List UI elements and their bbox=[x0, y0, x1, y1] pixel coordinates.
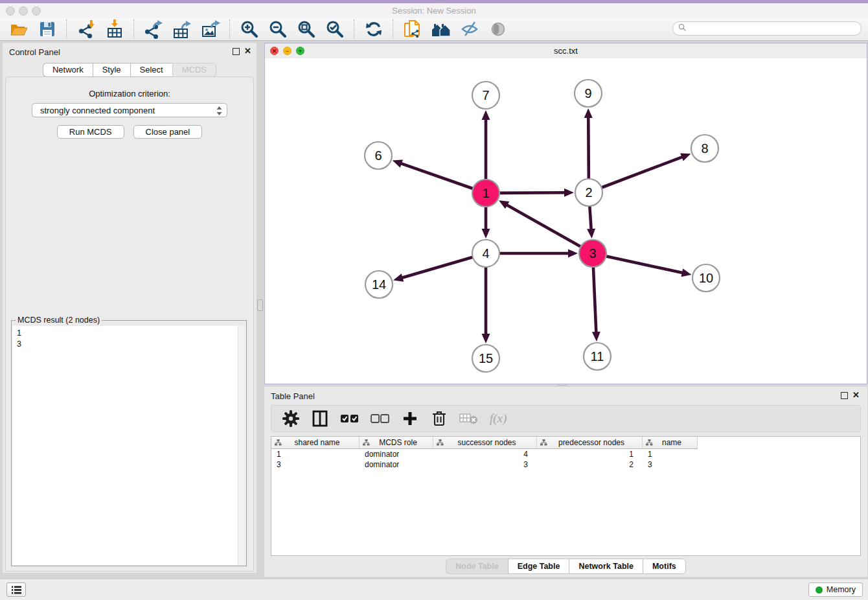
zoom-out-icon[interactable] bbox=[268, 19, 288, 39]
export-image-icon[interactable] bbox=[201, 19, 220, 39]
zoom-selected-icon[interactable] bbox=[325, 19, 345, 39]
column-header-name[interactable]: name bbox=[643, 437, 698, 449]
edge-1-2[interactable] bbox=[498, 192, 565, 193]
node-label-15: 15 bbox=[479, 351, 493, 365]
tab-select[interactable]: Select bbox=[130, 63, 172, 77]
status-bar: Memory bbox=[0, 579, 868, 600]
tab-network[interactable]: Network bbox=[43, 63, 93, 77]
table-cell: 3 bbox=[643, 459, 698, 470]
close-table-panel-icon[interactable]: ✕ bbox=[852, 390, 860, 400]
edge-4-14[interactable] bbox=[402, 257, 474, 278]
edge-3-10[interactable] bbox=[605, 256, 683, 273]
mcds-result-group: MCDS result (2 nodes) 13 bbox=[11, 320, 247, 566]
search-input[interactable] bbox=[689, 23, 861, 34]
zoom-fit-icon[interactable] bbox=[297, 19, 316, 39]
edge-arrowhead bbox=[587, 229, 595, 238]
table-cell: 2 bbox=[537, 459, 643, 470]
table-panel: Table Panel ✕ f(x) shared nameMCDS roles… bbox=[264, 387, 867, 577]
refresh-icon[interactable] bbox=[364, 19, 383, 39]
delete-row-icon[interactable] bbox=[430, 410, 448, 428]
criterion-value: strongly connected component bbox=[40, 106, 155, 115]
table-cell: dominator bbox=[360, 449, 433, 459]
mcds-result-title: MCDS result (2 nodes) bbox=[16, 316, 102, 325]
edge-arrowhead bbox=[568, 249, 578, 258]
column-header-shared-name[interactable]: shared name bbox=[271, 437, 360, 449]
split-columns-icon[interactable] bbox=[311, 410, 329, 428]
edge-2-9[interactable] bbox=[588, 117, 589, 180]
edge-3-11[interactable] bbox=[593, 266, 597, 333]
node-table: shared nameMCDS rolesuccessor nodesprede… bbox=[271, 436, 861, 556]
export-network-icon[interactable] bbox=[144, 19, 163, 39]
table-cell: 1 bbox=[643, 449, 698, 459]
tab-motifs[interactable]: Motifs bbox=[643, 559, 686, 574]
edge-arrowhead bbox=[564, 189, 574, 197]
edge-arrowhead bbox=[680, 153, 691, 161]
table-tabs: Node TableEdge TableNetwork TableMotifs bbox=[264, 559, 867, 574]
node-label-1: 1 bbox=[482, 186, 489, 200]
zoom-in-icon[interactable] bbox=[240, 19, 259, 39]
hide-eye-icon[interactable] bbox=[460, 19, 479, 39]
titlebar: Session: New Session bbox=[0, 3, 868, 19]
save-session-icon[interactable] bbox=[38, 19, 57, 39]
float-panel-icon[interactable] bbox=[233, 48, 240, 55]
table-cell: 4 bbox=[433, 449, 537, 459]
column-header-MCDS-role[interactable]: MCDS role bbox=[360, 437, 433, 449]
table-cell: 3 bbox=[433, 459, 537, 470]
edge-arrowhead bbox=[584, 108, 593, 118]
edge-2-8[interactable] bbox=[600, 157, 683, 188]
column-header-predecessor-nodes[interactable]: predecessor nodes bbox=[537, 437, 643, 449]
open-session-icon[interactable] bbox=[9, 19, 29, 39]
node-label-14: 14 bbox=[372, 277, 386, 292]
edge-3-1[interactable] bbox=[506, 205, 582, 248]
tab-edge-table[interactable]: Edge Table bbox=[508, 559, 569, 574]
function-builder-icon: f(x) bbox=[490, 411, 507, 426]
table-cell: 3 bbox=[271, 459, 360, 470]
network-canvas[interactable]: 7968124314101511 bbox=[265, 58, 867, 384]
criterion-dropdown[interactable]: strongly connected component bbox=[32, 103, 227, 117]
node-label-7: 7 bbox=[482, 88, 489, 102]
edge-arrowhead bbox=[393, 273, 404, 281]
close-panel-button[interactable]: Close panel bbox=[133, 125, 203, 139]
tab-node-table[interactable]: Node Table bbox=[446, 559, 507, 574]
table-header-row: shared nameMCDS rolesuccessor nodesprede… bbox=[271, 437, 860, 449]
list-icon bbox=[12, 586, 21, 594]
optimization-criterion-label: Optimization criterion: bbox=[6, 89, 253, 98]
main-toolbar bbox=[0, 18, 868, 41]
node-label-2: 2 bbox=[585, 185, 592, 200]
node-label-9: 9 bbox=[584, 86, 591, 100]
node-label-10: 10 bbox=[699, 271, 713, 285]
task-history-button[interactable] bbox=[6, 583, 26, 597]
table-row[interactable]: 1dominator411 bbox=[271, 449, 860, 459]
result-scrollbar[interactable] bbox=[238, 326, 246, 565]
edge-arrowhead bbox=[482, 334, 490, 343]
tab-network-table[interactable]: Network Table bbox=[569, 559, 643, 574]
gear-icon[interactable] bbox=[282, 410, 300, 428]
memory-button[interactable]: Memory bbox=[808, 583, 863, 597]
edge-arrowhead bbox=[482, 110, 490, 120]
home-icon[interactable] bbox=[431, 19, 451, 39]
delete-table-icon bbox=[459, 412, 479, 425]
vertical-splitter-grip[interactable] bbox=[257, 299, 263, 311]
search-box[interactable] bbox=[672, 21, 862, 36]
float-table-panel-icon[interactable] bbox=[841, 392, 848, 399]
import-network-icon[interactable] bbox=[76, 19, 96, 39]
edge-1-6[interactable] bbox=[400, 163, 474, 189]
table-row[interactable]: 3dominator323 bbox=[271, 459, 860, 470]
run-mcds-button[interactable]: Run MCDS bbox=[57, 125, 124, 139]
import-table-icon[interactable] bbox=[105, 19, 124, 39]
export-table-icon[interactable] bbox=[172, 19, 192, 39]
add-row-icon[interactable] bbox=[401, 410, 419, 428]
select-all-checkboxes-icon[interactable] bbox=[340, 413, 360, 424]
node-label-4: 4 bbox=[482, 246, 489, 260]
column-header-successor-nodes[interactable]: successor nodes bbox=[433, 437, 537, 449]
mcds-result-list[interactable]: 13 bbox=[12, 326, 246, 565]
edge-arrowhead bbox=[681, 269, 691, 277]
sphere-icon[interactable] bbox=[488, 19, 508, 39]
tab-mcds[interactable]: MCDS bbox=[172, 63, 216, 77]
close-panel-icon[interactable]: ✕ bbox=[244, 46, 251, 56]
tab-style[interactable]: Style bbox=[93, 63, 130, 77]
edge-2-3[interactable] bbox=[589, 205, 591, 230]
deselect-all-checkboxes-icon[interactable] bbox=[371, 413, 390, 424]
clone-network-icon[interactable] bbox=[403, 19, 422, 39]
node-label-11: 11 bbox=[591, 349, 604, 363]
